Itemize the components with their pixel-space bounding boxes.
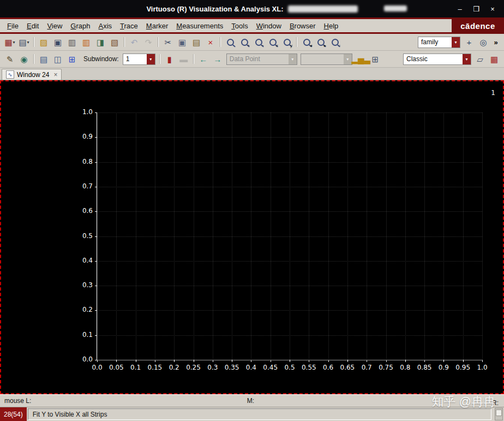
horizontal-marker-icon[interactable]: ▬	[177, 52, 191, 66]
crosshair-icon[interactable]: +	[462, 35, 476, 49]
strip-mode-icon[interactable]: ▤	[37, 52, 51, 66]
x-tick	[251, 360, 251, 362]
menu-tools[interactable]: Tools	[227, 21, 251, 31]
v-gridline	[367, 112, 367, 360]
x-tick	[328, 360, 329, 362]
annotate-icon[interactable]: ▧	[107, 35, 122, 49]
v-gridline	[251, 112, 251, 360]
cut-icon[interactable]: ✂	[161, 35, 175, 49]
redo-icon[interactable]: ↷	[141, 35, 155, 49]
x-tick-label: 0.05	[109, 364, 124, 371]
menu-file[interactable]: File	[3, 21, 22, 31]
y-tick-label: 1.0	[82, 108, 93, 116]
snapshot-icon[interactable]: ◨	[93, 35, 107, 49]
split-view-icon[interactable]: ◫	[51, 52, 65, 66]
graph-tab-icon: ∿	[6, 70, 14, 79]
mouse-left-hint: mouse L:	[4, 397, 31, 405]
menu-measurements[interactable]: Measurements	[172, 21, 227, 31]
menu-axis[interactable]: Axis	[94, 21, 116, 31]
x-tick-label: 0.75	[379, 364, 393, 371]
x-tick	[174, 360, 175, 362]
maximize-button[interactable]: ❒	[472, 5, 480, 13]
family-combo[interactable]: family▾	[418, 37, 460, 48]
browser-eye-icon[interactable]: ◉	[17, 52, 31, 66]
prev-point-icon[interactable]: ←	[196, 52, 211, 66]
x-tick-label: 0.2	[169, 364, 179, 371]
x-tick	[97, 360, 98, 362]
zoom-prev-icon[interactable]: ◂	[299, 35, 314, 49]
x-tick-label: 0.7	[362, 364, 372, 371]
zoom-y-icon[interactable]: y	[280, 35, 294, 49]
histogram-icon[interactable]: ▂▅▃	[354, 52, 368, 66]
y-tick-label: 0.2	[82, 306, 93, 314]
table-icon[interactable]: ⊞	[368, 52, 382, 66]
plot-area[interactable]: 1 0.00.10.20.30.40.50.60.70.80.91.00.00.…	[0, 80, 504, 394]
workspace-icon[interactable]: ▦	[487, 52, 501, 66]
x-tick-label: 0.3	[207, 364, 218, 371]
x-tick	[347, 360, 348, 362]
combo-arrow-icon[interactable]: ▾	[452, 37, 460, 48]
close-button[interactable]: ×	[489, 5, 496, 13]
x-tick-label: 0.45	[263, 364, 278, 371]
save-icon[interactable]: ▣	[51, 35, 65, 49]
open-graph-icon[interactable]: ▤▾	[17, 35, 31, 49]
menu-window[interactable]: Window	[253, 21, 285, 31]
paste-icon[interactable]: ▤	[189, 35, 203, 49]
menu-marker[interactable]: Marker	[142, 21, 172, 31]
open-file-icon[interactable]: ▨	[37, 35, 51, 49]
scrollbar-thumb[interactable]	[496, 410, 502, 416]
x-tick	[405, 360, 406, 362]
v-gridline	[328, 112, 329, 360]
calibrate-icon[interactable]: ✎	[3, 52, 17, 66]
target-icon[interactable]: ◎	[476, 35, 490, 49]
status-message: Fit Y to Visible X all Strips	[28, 408, 491, 420]
separator	[33, 37, 34, 47]
zoom-x-icon[interactable]: x	[266, 35, 280, 49]
toolbar-overflow-button[interactable]: »	[490, 35, 501, 49]
separator	[158, 37, 159, 47]
menu-edit[interactable]: Edit	[23, 21, 43, 31]
x-tick-label: 0.8	[400, 364, 410, 371]
v-gridline	[155, 112, 155, 360]
next-point-icon[interactable]: →	[211, 52, 225, 66]
vertical-marker-icon[interactable]: ▮	[163, 52, 177, 66]
new-window-icon[interactable]: ▦▾	[3, 35, 17, 49]
x-tick	[367, 360, 367, 362]
dropdown-arrow-icon: ▾	[13, 40, 15, 45]
x-tick	[213, 360, 213, 362]
print-color-icon[interactable]: ▥	[79, 35, 93, 49]
combo-arrow-icon[interactable]: ▾	[147, 54, 155, 64]
menu-view[interactable]: View	[43, 21, 66, 31]
aux-combo: ▾	[301, 54, 352, 65]
menu-browser[interactable]: Browser	[286, 21, 320, 31]
cascade-windows-icon[interactable]: ▱	[473, 52, 487, 66]
menu-help[interactable]: Help	[320, 21, 343, 31]
subwindow-combo[interactable]: 1▾	[123, 54, 155, 65]
combo-arrow-icon[interactable]: ▾	[463, 54, 471, 64]
zoom-next-icon[interactable]: ▸	[314, 35, 328, 49]
subwindow-grid-icon[interactable]: ⊞	[65, 52, 79, 66]
x-tick-label: 0.85	[417, 364, 432, 371]
tab-window-24[interactable]: ∿ Window 24 ×	[2, 69, 62, 80]
copy-icon[interactable]: ▣	[175, 35, 189, 49]
titlebar: Virtuoso (R) Visualization & Analysis XL…	[0, 0, 504, 17]
tabbar: ∿ Window 24 ×	[0, 68, 504, 80]
zoom-fit-icon[interactable]	[223, 35, 237, 49]
v-gridline	[463, 112, 464, 360]
zoom-box-icon[interactable]: ▫	[328, 35, 342, 49]
style-combo[interactable]: Classic▾	[403, 54, 471, 65]
zoom-out-icon[interactable]: −	[251, 35, 266, 49]
separator	[193, 54, 194, 64]
print-icon[interactable]: ▥	[65, 35, 79, 49]
undo-icon[interactable]: ↶	[127, 35, 141, 49]
v-gridline	[213, 112, 213, 360]
tab-close-icon[interactable]: ×	[53, 71, 57, 79]
delete-icon[interactable]: ×	[203, 35, 218, 49]
menu-graph[interactable]: Graph	[67, 21, 94, 31]
menu-trace[interactable]: Trace	[116, 21, 142, 31]
minimize-button[interactable]: –	[456, 5, 464, 13]
zoom-in-icon[interactable]: +	[237, 35, 251, 49]
x-tick	[155, 360, 155, 362]
combo-arrow-icon: ▾	[289, 54, 297, 64]
scrollbar[interactable]	[495, 408, 503, 420]
